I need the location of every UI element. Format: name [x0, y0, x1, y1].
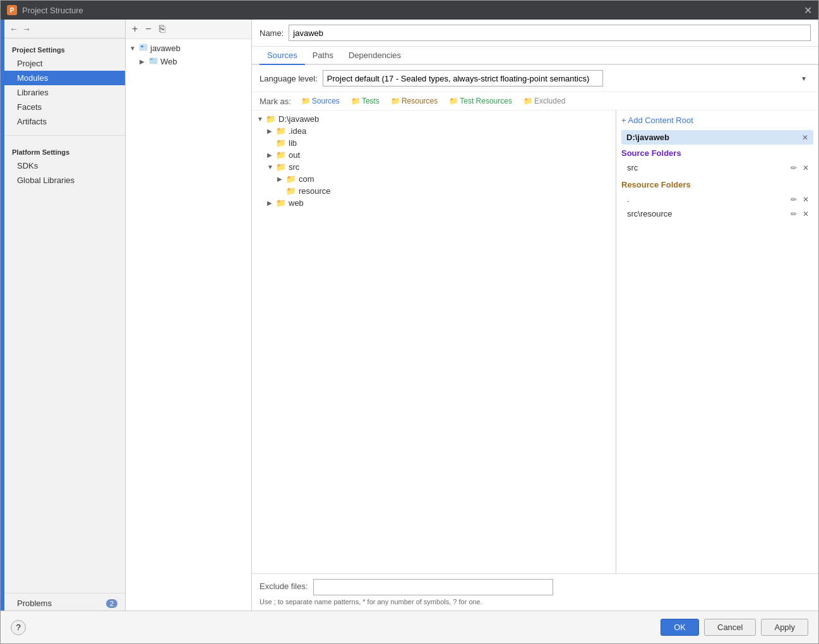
resource-folders-title: Resource Folders: [621, 180, 813, 189]
sidebar-item-project[interactable]: Project: [4, 56, 125, 71]
svg-rect-0: [140, 44, 147, 51]
com-folder-label: com: [299, 174, 314, 184]
module-tree: ▼ javaweb ▶: [126, 39, 251, 611]
ftree-item-com[interactable]: ▶ 📁 com: [252, 173, 616, 185]
expand-root-icon[interactable]: ▼: [257, 116, 265, 122]
language-level-select[interactable]: Project default (17 - Sealed types, alwa…: [323, 70, 603, 86]
src-folder-label: src: [289, 162, 299, 172]
language-level-row: Language level: Project default (17 - Se…: [252, 65, 818, 92]
expand-src-icon[interactable]: ▼: [267, 164, 275, 170]
sidebar-item-libraries[interactable]: Libraries: [4, 85, 125, 100]
remove-source-folder-button[interactable]: ✕: [801, 163, 811, 173]
root-folder-label: D:\javaweb: [278, 114, 319, 124]
resources-folder-icon: 📁: [391, 97, 400, 105]
ftree-item-web[interactable]: ▶ 📁 web: [252, 197, 616, 209]
web-icon: [149, 56, 158, 67]
edit-resource-folder-src-resource-button[interactable]: ✏: [789, 209, 799, 219]
resource-folder-src-resource-actions: ✏ ✕: [789, 209, 811, 219]
mark-sources-button[interactable]: 📁 Sources: [297, 96, 344, 106]
idea-folder-label: .idea: [289, 126, 306, 136]
mark-test-resources-button[interactable]: 📁 Test Resources: [445, 96, 516, 106]
name-input[interactable]: [289, 25, 811, 41]
tree-item-web[interactable]: ▶ Web: [126, 55, 251, 68]
right-panel: + Add Content Root D:\javaweb ✕ Source F…: [616, 110, 818, 573]
ftree-item-root[interactable]: ▼ 📁 D:\javaweb: [252, 113, 616, 125]
language-level-select-wrap: Project default (17 - Sealed types, alwa…: [323, 70, 811, 86]
back-button[interactable]: ←: [9, 24, 18, 34]
out-folder-label: out: [289, 150, 300, 160]
tree-item-javaweb-label: javaweb: [150, 44, 181, 53]
project-settings-title: Project Settings: [4, 42, 125, 56]
apply-button[interactable]: Apply: [761, 619, 808, 636]
sidebar-item-artifacts[interactable]: Artifacts: [4, 114, 125, 129]
close-button[interactable]: ✕: [804, 4, 812, 16]
tests-folder-icon: 📁: [351, 97, 361, 105]
content-panels: ▼ 📁 D:\javaweb ▶ 📁 .idea ▶ 📁 lib: [252, 110, 818, 573]
add-content-root-button[interactable]: + Add Content Root: [621, 116, 813, 125]
ftree-item-idea[interactable]: ▶ 📁 .idea: [252, 125, 616, 137]
exclude-files-input[interactable]: [313, 579, 553, 595]
resource-folder-src-resource-name: src\resource: [624, 208, 786, 220]
svg-rect-3: [150, 58, 153, 60]
tree-item-javaweb[interactable]: ▼ javaweb: [126, 42, 251, 55]
mark-as-row: Mark as: 📁 Sources 📁 Tests 📁 Resources 📁…: [252, 92, 818, 110]
expand-out-icon[interactable]: ▶: [267, 152, 275, 158]
content-root-item: D:\javaweb ✕: [621, 130, 813, 145]
sidebar-item-facets[interactable]: Facets: [4, 100, 125, 114]
resource-folder-label: resource: [299, 186, 331, 196]
ftree-item-lib[interactable]: ▶ 📁 lib: [252, 137, 616, 149]
tab-paths[interactable]: Paths: [305, 47, 341, 65]
problems-badge: 2: [106, 599, 117, 608]
problems-separator: [4, 593, 125, 593]
expand-com-icon[interactable]: ▶: [277, 176, 285, 182]
resource-folder-dot-name: .: [624, 193, 786, 205]
tab-sources[interactable]: Sources: [260, 47, 305, 65]
sidebar-item-sdks[interactable]: SDKs: [4, 158, 125, 173]
remove-resource-folder-src-resource-button[interactable]: ✕: [801, 209, 811, 219]
expand-web-icon[interactable]: ▶: [267, 200, 275, 206]
src-folder-icon: 📁: [276, 162, 286, 172]
sidebar-item-problems[interactable]: Problems 2: [4, 596, 125, 611]
ftree-item-resource[interactable]: ▶ 📁 resource: [252, 185, 616, 197]
help-button[interactable]: ?: [11, 620, 26, 635]
exclude-hint: Use ; to separate name patterns, * for a…: [260, 598, 811, 605]
ok-button[interactable]: OK: [661, 619, 699, 636]
mark-resources-button[interactable]: 📁 Resources: [387, 96, 441, 106]
add-module-button[interactable]: +: [129, 22, 140, 36]
file-tree-panel: ▼ 📁 D:\javaweb ▶ 📁 .idea ▶ 📁 lib: [252, 110, 616, 573]
mark-tests-button[interactable]: 📁 Tests: [347, 96, 383, 106]
edit-resource-folder-dot-button[interactable]: ✏: [789, 194, 799, 205]
copy-module-button[interactable]: ⎘: [157, 22, 168, 36]
sidebar-item-modules[interactable]: Modules: [4, 71, 125, 85]
mark-excluded-button[interactable]: 📁 Excluded: [520, 96, 569, 106]
remove-resource-folder-dot-button[interactable]: ✕: [801, 194, 811, 205]
cancel-button[interactable]: Cancel: [704, 619, 756, 636]
ftree-item-out[interactable]: ▶ 📁 out: [252, 149, 616, 161]
ftree-item-src[interactable]: ▼ 📁 src: [252, 161, 616, 173]
web-folder-icon: 📁: [276, 198, 286, 208]
sources-folder-icon: 📁: [301, 97, 311, 105]
sidebar-item-global-libraries[interactable]: Global Libraries: [4, 173, 125, 188]
javaweb-folder-icon: [139, 43, 148, 54]
window-title: Project Structure: [22, 6, 799, 15]
name-label: Name:: [260, 28, 284, 38]
tab-dependencies[interactable]: Dependencies: [341, 47, 409, 65]
remove-content-root-button[interactable]: ✕: [802, 133, 808, 142]
module-panel: + − ⎘ ▼ javaweb: [126, 20, 252, 611]
tabs-row: Sources Paths Dependencies: [252, 47, 818, 65]
edit-source-folder-button[interactable]: ✏: [789, 163, 799, 173]
expand-lib-icon: ▶: [267, 140, 275, 146]
web-folder-label: web: [289, 198, 304, 208]
forward-button[interactable]: →: [22, 24, 31, 34]
expand-idea-icon[interactable]: ▶: [267, 128, 275, 134]
expand-javaweb-icon[interactable]: ▼: [129, 45, 137, 52]
lib-folder-label: lib: [289, 138, 297, 148]
remove-module-button[interactable]: −: [143, 22, 153, 36]
sidebar-separator: [4, 135, 125, 136]
out-folder-icon: 📁: [276, 150, 286, 160]
source-folders-title: Source Folders: [621, 148, 813, 158]
com-folder-icon: 📁: [286, 174, 296, 184]
platform-settings-title: Platform Settings: [4, 145, 125, 158]
source-folder-src: src ✏ ✕: [621, 160, 813, 175]
expand-web-icon[interactable]: ▶: [140, 58, 147, 65]
